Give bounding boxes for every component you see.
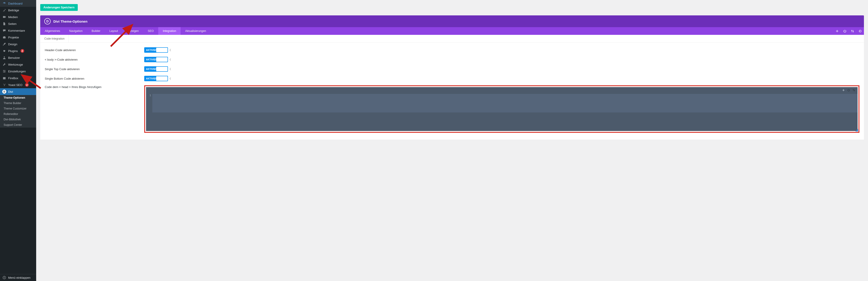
sidebar-item-label: Beiträge <box>8 8 19 12</box>
sidebar-subitem-theme-builder[interactable]: Theme Builder <box>0 101 36 106</box>
updown-icon[interactable] <box>848 27 856 35</box>
save-changes-button[interactable]: Änderungen Speichern <box>40 4 78 11</box>
sidebar-subitem-rolleneditor[interactable]: Rolleneditor <box>0 111 36 117</box>
panel-header: D Divi Theme-Optionen <box>40 16 864 27</box>
code-line-active <box>152 94 858 112</box>
tab-layout[interactable]: Layout <box>105 27 123 35</box>
code-gutter: 1 <box>146 93 152 131</box>
sidebar-item-design[interactable]: Design <box>0 41 36 48</box>
collapse-icon <box>2 276 6 280</box>
code-editor[interactable]: 1 <box>146 93 858 131</box>
option-row: Single Bottom Code aktivierenAKTIVIEREN❨ <box>45 76 860 81</box>
sidebar-item-label: FireBox <box>8 77 18 80</box>
subtab-code-integration[interactable]: Code-Integration <box>40 35 69 43</box>
tab-anzeigen[interactable]: Anzeigen <box>123 27 143 35</box>
sidebar-item-kommentare[interactable]: Kommentare <box>0 27 36 34</box>
tab-aktualisierungen[interactable]: Aktualisierungen <box>181 27 211 35</box>
sidebar-item-beiträge[interactable]: Beiträge <box>0 7 36 13</box>
option-label: Single Bottom Code aktivieren <box>45 77 144 80</box>
option-row: Header-Code aktivierenAKTIVIEREN❨ <box>45 47 860 53</box>
svg-point-5 <box>3 276 6 279</box>
update-badge: 2 <box>21 49 24 53</box>
sidebar-subitem-theme-optionen[interactable]: Theme-Optionen <box>0 95 36 101</box>
tab-bar: AllgemeinesNavigationBuilderLayoutAnzeig… <box>40 27 864 35</box>
sliders-icon <box>2 69 6 73</box>
collapse-menu[interactable]: Menü einklappen <box>0 274 36 281</box>
sidebar-item-plugins[interactable]: Plugins2 <box>0 48 36 54</box>
media-icon <box>2 15 6 19</box>
main-content: Änderungen Speichern D Divi Theme-Option… <box>36 0 868 281</box>
enable-toggle[interactable]: AKTIVIEREN <box>144 57 168 62</box>
enable-toggle[interactable]: AKTIVIEREN <box>144 66 168 72</box>
update-badge: 2 <box>25 83 29 87</box>
tab-builder[interactable]: Builder <box>87 27 105 35</box>
panel-body: Header-Code aktivierenAKTIVIEREN❨< body … <box>40 43 864 140</box>
sidebar-item-label: Einstellungen <box>8 70 26 73</box>
sidebar-item-label: Yoast SEO <box>8 83 22 87</box>
svg-point-1 <box>3 70 4 71</box>
wrench-icon <box>2 62 6 66</box>
tab-allgemeines[interactable]: Allgemeines <box>40 27 65 35</box>
box-icon <box>2 76 6 80</box>
sidebar-item-label: Design <box>8 43 17 46</box>
sidebar-item-label: Benutzer <box>8 56 20 59</box>
sidebar-item-label: Divi <box>8 90 13 93</box>
sidebar-item-seiten[interactable]: Seiten <box>0 20 36 27</box>
help-icon[interactable]: ❨ <box>169 77 172 80</box>
sidebar-item-werkzeuge[interactable]: Werkzeuge <box>0 61 36 68</box>
sidebar-item-label: Werkzeuge <box>8 63 23 66</box>
option-label: Header-Code aktivieren <box>45 49 144 52</box>
sidebar-subitem-divi-bibliothek[interactable]: Divi-Bibliothek <box>0 117 36 122</box>
toggle-knob <box>156 76 167 81</box>
help-icon[interactable]: ❨ <box>169 49 172 52</box>
add-icon[interactable] <box>833 27 841 35</box>
sidebar-item-projekte[interactable]: Projekte <box>0 34 36 41</box>
page-icon <box>2 22 6 26</box>
help-icon[interactable]: ❨ <box>169 67 172 71</box>
panel-title: Divi Theme-Optionen <box>53 20 88 23</box>
collapse-label: Menü einklappen <box>8 276 31 279</box>
brush-icon <box>2 42 6 46</box>
sidebar-subitem-theme-customizer[interactable]: Theme Customizer <box>0 106 36 111</box>
power-icon[interactable] <box>841 27 848 35</box>
editor-power-icon[interactable] <box>847 89 850 92</box>
pin-icon <box>2 8 6 12</box>
plug-icon <box>2 49 6 53</box>
toggle-knob <box>156 67 167 71</box>
wp-admin-sidebar: DashboardBeiträgeMedienSeitenKommentareP… <box>0 0 36 281</box>
option-row: < body >-Code aktivierenAKTIVIEREN❨ <box>45 57 860 62</box>
chat-icon <box>2 29 6 33</box>
sidebar-item-yoast-seo[interactable]: Yoast SEO2 <box>0 81 36 88</box>
tab-navigation[interactable]: Navigation <box>65 27 87 35</box>
option-label: < body >-Code aktivieren <box>45 58 144 61</box>
editor-add-icon[interactable] <box>842 89 845 92</box>
option-label: Code dem < head > Ihres Blogs hinzufügen <box>45 85 144 89</box>
sidebar-item-dashboard[interactable]: Dashboard <box>0 0 36 7</box>
toggle-knob <box>156 48 167 52</box>
sidebar-item-label: Seiten <box>8 22 17 26</box>
help-icon[interactable]: ❨ <box>169 58 172 61</box>
resize-handle-icon[interactable] <box>855 129 858 132</box>
svg-rect-4 <box>3 77 5 79</box>
svg-point-2 <box>4 71 5 72</box>
svg-point-0 <box>4 56 5 57</box>
sidebar-item-einstellungen[interactable]: Einstellungen <box>0 68 36 75</box>
option-label: Single Top Code aktivieren <box>45 67 144 71</box>
sidebar-item-firebox[interactable]: FireBox <box>0 75 36 81</box>
sidebar-item-label: Kommentare <box>8 29 25 32</box>
enable-toggle[interactable]: AKTIVIEREN <box>144 76 168 81</box>
divi-logo-icon: D <box>44 18 51 24</box>
sidebar-item-medien[interactable]: Medien <box>0 13 36 20</box>
user-icon <box>2 56 6 60</box>
enable-toggle[interactable]: AKTIVIEREN <box>144 47 168 53</box>
portfolio-icon <box>2 35 6 39</box>
tab-seo[interactable]: SEO <box>143 27 158 35</box>
tab-integration[interactable]: Integration <box>158 27 181 35</box>
svg-point-3 <box>4 72 4 73</box>
divi-icon: D <box>2 90 6 94</box>
editor-updown-icon[interactable] <box>852 89 855 92</box>
sidebar-item-benutzer[interactable]: Benutzer <box>0 54 36 61</box>
sidebar-subitem-support-center[interactable]: Support Center <box>0 122 36 128</box>
sidebar-item-divi[interactable]: DDivi <box>0 88 36 95</box>
reset-icon[interactable] <box>856 27 864 35</box>
